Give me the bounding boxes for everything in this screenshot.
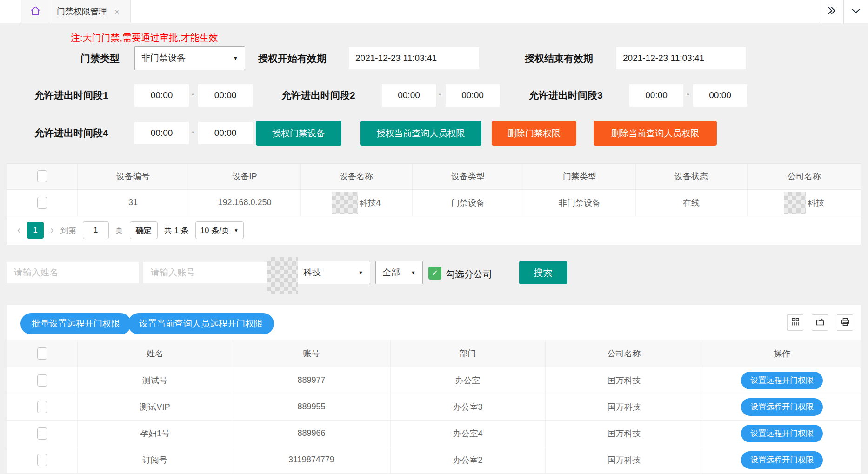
home-icon [29,5,41,19]
device-row-checkbox[interactable] [37,197,47,209]
person-row-checkbox[interactable] [37,401,47,413]
censored-mosaic [332,192,358,214]
goto-confirm-button[interactable]: 确定 [130,221,158,239]
period3-label: 允许进出时间段3 [529,89,603,102]
chevron-down-icon [850,6,861,17]
device-name-cell: 科技4 [300,189,412,216]
home-tab[interactable] [21,0,49,23]
device-header-ip: 设备IP [189,164,300,189]
period2-end-input[interactable] [446,84,500,107]
page-unit-label: 页 [115,225,123,236]
person-row-checkbox[interactable] [37,427,47,440]
device-header-id: 设备编号 [77,164,189,189]
page-size-select[interactable]: 10 条/页 ▼ [195,221,244,239]
columns-icon [791,317,800,328]
period3-dash: - [687,89,689,99]
set-remote-open-button[interactable]: 设置远程开门权限 [741,425,823,442]
double-chevron-right-icon [826,6,837,18]
person-header-dept: 部门 [390,340,545,367]
period2-label: 允许进出时间段2 [281,89,355,102]
device-company-text: 科技 [808,197,824,208]
scope-select[interactable]: 全部 ▼ [375,261,423,284]
person-dept-cell: 办公室 [390,367,545,394]
device-id-cell: 31 [77,189,189,216]
export-button[interactable] [812,314,828,331]
print-icon [841,317,850,328]
tab-close-icon[interactable]: × [114,7,120,16]
branch-checkbox-label: 勾选分公司 [446,268,492,280]
person-dept-cell: 办公室4 [390,420,545,447]
person-account-cell: 889977 [233,367,390,394]
print-button[interactable] [837,314,853,331]
person-table: 姓名 账号 部门 公司名称 操作 测试号 889977 办公室 国万科技 设置远… [7,340,861,474]
caret-down-icon: ▼ [233,55,238,61]
tab-menu-button[interactable] [843,0,868,23]
page-1-button[interactable]: 1 [27,222,44,239]
tab-title: 门禁权限管理 [57,6,107,17]
person-account-cell: 3119874779 [233,447,390,473]
period4-label: 允许进出时间段4 [34,127,108,140]
person-name-cell: 订阅号 [77,447,233,473]
current-remote-open-button[interactable]: 设置当前查询人员远程开门权限 [128,313,274,334]
account-search-input[interactable] [143,262,273,283]
delete-permission-button[interactable]: 删除门禁权限 [492,121,576,146]
batch-remote-open-button[interactable]: 批量设置远程开门权限 [20,313,131,334]
device-header-name: 设备名称 [300,164,412,189]
period1-start-input[interactable] [134,84,189,107]
column-settings-button[interactable] [787,314,803,331]
period4-dash: - [191,127,194,137]
device-company-cell: 科技 [747,189,861,216]
person-row-checkbox[interactable] [37,374,47,387]
set-remote-open-button[interactable]: 设置远程开门权限 [741,372,823,389]
authorize-device-button[interactable]: 授权门禁设备 [256,121,341,146]
name-search-input[interactable] [7,262,139,283]
person-panel: 批量设置远程开门权限 设置当前查询人员远程开门权限 [7,305,861,474]
goto-page-input[interactable] [83,221,109,239]
branch-checkbox[interactable]: ✓ [428,267,441,280]
person-name-cell: 测试VIP [77,394,233,420]
period1-label: 允许进出时间段1 [34,89,108,102]
person-header-action: 操作 [703,340,861,367]
auth-start-input[interactable] [349,47,479,69]
device-name-text: 科技4 [359,197,381,208]
period2-start-input[interactable] [382,84,436,107]
tab-access-permission[interactable]: 门禁权限管理 × [49,0,131,23]
person-name-cell: 测试号 [77,367,233,394]
export-icon [815,317,825,328]
person-header-company: 公司名称 [545,340,703,367]
person-table-row: 订阅号 3119874779 办公室2 国万科技 设置远程开门权限 [7,447,861,473]
auth-end-input[interactable] [616,47,746,69]
access-type-label: 门禁类型 [80,52,120,65]
person-table-row: 测试VIP 889955 办公室3 国万科技 设置远程开门权限 [7,394,861,420]
period1-dash: - [191,89,194,99]
company-select-value: 科技 [303,267,321,279]
period3-end-input[interactable] [693,84,747,107]
period4-start-input[interactable] [134,122,189,144]
device-header-access-type: 门禁类型 [524,164,635,189]
device-ip-cell: 192.168.0.250 [189,189,300,216]
person-row-checkbox[interactable] [37,454,47,466]
set-remote-open-button[interactable]: 设置远程开门权限 [741,398,823,416]
device-select-all-checkbox[interactable] [37,170,47,182]
delete-person-permission-button[interactable]: 删除当前查询人员权限 [594,121,717,146]
tab-expand-button[interactable] [819,0,843,23]
person-company-cell: 国万科技 [545,420,703,447]
access-type-select[interactable]: 非门禁设备 ▼ [134,46,245,70]
access-type-value: 非门禁设备 [141,52,186,64]
period1-end-input[interactable] [198,84,253,107]
caret-down-icon: ▼ [411,270,416,275]
person-select-all-checkbox[interactable] [37,347,47,360]
person-company-cell: 国万科技 [545,394,703,420]
search-button[interactable]: 搜索 [519,261,567,284]
prev-page-icon[interactable]: ‹ [17,224,20,236]
person-table-row: 孕妇1号 889966 办公室4 国万科技 设置远程开门权限 [7,420,861,447]
device-header-company: 公司名称 [747,164,861,189]
device-type-cell: 门禁设备 [412,189,524,216]
period4-end-input[interactable] [198,122,253,144]
authorize-person-button[interactable]: 授权当前查询人员权限 [360,121,481,146]
set-remote-open-button[interactable]: 设置远程开门权限 [741,451,823,469]
next-page-icon[interactable]: › [50,224,53,236]
device-table: 设备编号 设备IP 设备名称 设备类型 门禁类型 设备状态 公司名称 31 19… [7,164,861,216]
page-size-value: 10 条/页 [200,225,229,236]
period3-start-input[interactable] [629,84,683,107]
